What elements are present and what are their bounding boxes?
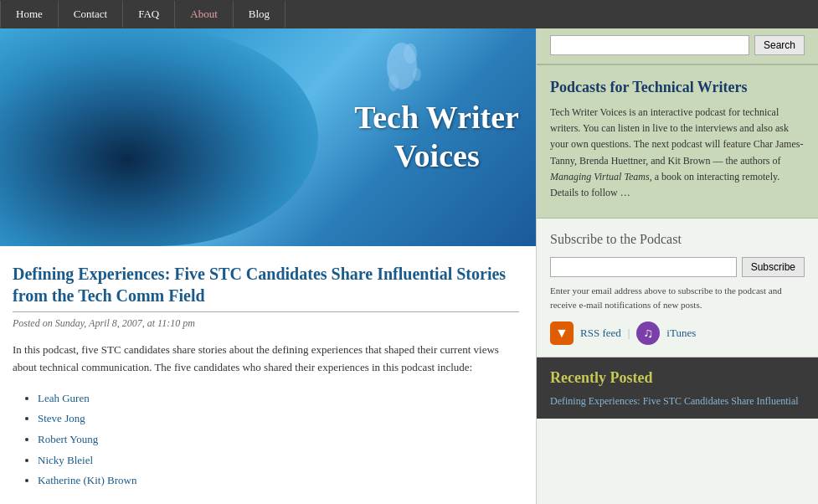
subscribe-heading: Subscribe to the Podcast [550, 232, 805, 247]
candidate-link-robert[interactable]: Robert Young [38, 433, 98, 445]
post-body: In this podcast, five STC candidates sha… [13, 342, 519, 377]
candidate-link-steve[interactable]: Steve Jong [38, 412, 85, 424]
subscribe-email-input[interactable] [550, 257, 737, 277]
itunes-icon: ♫ [636, 321, 660, 345]
candidates-list: Leah Guren Steve Jong Robert Young Nicky… [38, 388, 519, 491]
post-date: Posted on Sunday, April 8, 2007, at 11:1… [13, 317, 519, 330]
hero-banner: Tech Writer Voices [0, 28, 536, 246]
itunes-symbol: ♫ [643, 326, 653, 341]
candidate-link-leah[interactable]: Leah Guren [38, 392, 90, 404]
list-item: Leah Guren [38, 388, 519, 409]
recently-posted-section: Recently Posted Defining Experiences: Fi… [537, 357, 818, 419]
search-bar: Search [537, 28, 818, 65]
candidate-link-kit[interactable]: Katherine (Kit) Brown [38, 474, 136, 486]
hero-title-text: Tech Writer Voices [354, 99, 519, 175]
hero-title: Tech Writer Voices [354, 99, 519, 175]
hero-water-graphic [0, 28, 318, 246]
subscribe-note: Enter your email address above to subscr… [550, 284, 805, 311]
subscribe-section: Subscribe to the Podcast Subscribe Enter… [537, 219, 818, 357]
post-content: Defining Experiences: Five STC Candidate… [0, 246, 536, 504]
sidebar: Search Podcasts for Technical Writers Te… [536, 28, 818, 504]
nav-home[interactable]: Home [0, 1, 59, 28]
navigation-bar: Home Contact FAQ About Blog [0, 0, 818, 28]
candidate-link-nicky[interactable]: Nicky Bleiel [38, 454, 93, 466]
rss-feed-link[interactable]: RSS feed [580, 327, 621, 340]
itunes-link[interactable]: iTunes [666, 327, 696, 340]
podcasts-body: Tech Writer Voices is an interactive pod… [550, 105, 805, 201]
search-input[interactable] [550, 35, 749, 55]
nav-about[interactable]: About [175, 1, 234, 28]
post-title-link[interactable]: Defining Experiences: Five STC Candidate… [13, 263, 519, 312]
list-item: Steve Jong [38, 409, 519, 429]
search-button[interactable]: Search [754, 35, 805, 55]
feed-links: ▼ RSS feed | ♫ iTunes [550, 321, 805, 345]
nav-faq[interactable]: FAQ [123, 1, 175, 28]
sidebar-podcasts-section: Podcasts for Technical Writers Tech Writ… [537, 65, 818, 219]
feed-separator: | [628, 327, 630, 340]
svg-point-1 [404, 44, 417, 64]
rss-symbol: ▼ [555, 326, 568, 341]
svg-point-3 [413, 68, 421, 81]
svg-point-2 [388, 75, 399, 91]
recent-post-link[interactable]: Defining Experiences: Five STC Candidate… [550, 395, 799, 407]
main-content: Tech Writer Voices Defining Experiences:… [0, 28, 536, 504]
subscribe-button[interactable]: Subscribe [742, 257, 805, 277]
podcasts-heading: Podcasts for Technical Writers [550, 79, 805, 96]
list-item: Robert Young [38, 429, 519, 450]
page-wrapper: Tech Writer Voices Defining Experiences:… [0, 28, 818, 504]
subscribe-form: Subscribe [550, 257, 805, 277]
rss-icon: ▼ [550, 321, 574, 345]
droplet-decoration [377, 41, 427, 108]
recently-posted-item: Defining Experiences: Five STC Candidate… [550, 393, 805, 409]
list-item: Katherine (Kit) Brown [38, 471, 519, 491]
nav-blog[interactable]: Blog [234, 1, 286, 28]
list-item: Nicky Bleiel [38, 450, 519, 471]
nav-contact[interactable]: Contact [59, 1, 123, 28]
recently-posted-heading: Recently Posted [550, 369, 805, 387]
